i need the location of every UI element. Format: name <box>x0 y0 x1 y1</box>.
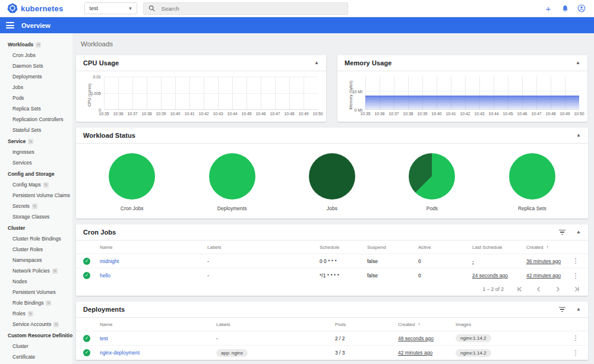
filter-icon[interactable] <box>559 307 565 312</box>
resource-link[interactable]: midnight <box>100 258 207 264</box>
column-header-created[interactable]: Created↑ <box>398 322 456 327</box>
main-content: Workloads CPU Usage ▲ CPU (cores) 00.005… <box>72 33 594 364</box>
resource-link[interactable]: hello <box>100 273 207 278</box>
column-header-last-schedule[interactable]: Last Schedule <box>472 245 526 250</box>
new-badge: N <box>52 268 58 274</box>
sidebar-item-certificate[interactable]: Certificate <box>0 352 72 362</box>
row-menu-button[interactable]: ⋮ <box>570 272 581 280</box>
sidebar-item-replication-controllers[interactable]: Replication Controllers <box>0 114 72 125</box>
create-resource-button[interactable]: + <box>544 4 552 12</box>
x-tick-label: 10:35 <box>360 112 370 116</box>
x-tick-label: 10:36 <box>374 112 384 116</box>
row-menu-button[interactable]: ⋮ <box>570 349 581 357</box>
sidebar-item-roles[interactable]: RolesN <box>0 308 72 319</box>
workload-status-pies: Cron JobsDeploymentsJobsPodsReplica Sets <box>76 144 588 219</box>
sidebar-item-label: Config Maps <box>12 182 41 188</box>
column-header-pods[interactable]: Pods <box>335 322 398 327</box>
deployments-title: Deployments <box>83 306 125 313</box>
sidebar-item-stateful-sets[interactable]: Stateful Sets <box>0 125 72 135</box>
sidebar-item-label: Pods <box>12 95 24 101</box>
sidebar-item-services[interactable]: Services <box>0 157 72 168</box>
sidebar-item-persistent-volume-claims[interactable]: Persistent Volume ClaimsN <box>0 190 72 201</box>
row-menu-button[interactable]: ⋮ <box>570 257 581 265</box>
sidebar-item-label: Storage Classes <box>12 214 49 220</box>
sidebar-item-cron-jobs[interactable]: Cron Jobs <box>0 50 72 61</box>
schedule-cell: 0 0 * * * <box>320 258 367 264</box>
sidebar-item-role-bindings[interactable]: Role BindingsN <box>0 297 72 308</box>
column-header-name[interactable]: Name <box>100 322 216 327</box>
collapse-icon[interactable]: ▲ <box>576 61 580 65</box>
table-row: ✓midnight-0 0 * * *false0-36 minutes ago… <box>76 254 588 268</box>
labels-cell: - <box>207 258 320 264</box>
namespace-selector[interactable]: test ▼ <box>84 2 137 14</box>
column-header-active[interactable]: Active <box>418 245 472 250</box>
column-header-images[interactable]: Images <box>456 322 570 327</box>
sidebar-section-custom-resource-definitions: Custom Resource Definitions <box>0 330 72 341</box>
memory-chart-plot <box>365 77 579 110</box>
menu-toggle-button[interactable] <box>6 22 14 29</box>
workload-pie-jobs: Jobs <box>282 153 382 211</box>
column-header-labels[interactable]: Labels <box>207 245 320 250</box>
sidebar-item-ingresses[interactable]: Ingresses <box>0 147 72 157</box>
sidebar-item-cluster-role-bindings[interactable]: Cluster Role Bindings <box>0 233 72 244</box>
x-tick-label: 10:48 <box>545 112 555 116</box>
x-tick-label: 10:40 <box>431 112 441 116</box>
sidebar-item-secrets[interactable]: SecretsN <box>0 201 72 211</box>
sidebar-item-service-accounts[interactable]: Service AccountsN <box>0 319 72 330</box>
column-header-labels[interactable]: Labels <box>216 322 335 327</box>
column-header-suspend[interactable]: Suspend <box>367 245 418 250</box>
collapse-icon[interactable]: ▲ <box>576 230 581 235</box>
cpu-usage-card: CPU Usage ▲ CPU (cores) 00.0050.01 10:35… <box>76 55 326 122</box>
column-header-name[interactable]: Name <box>100 245 207 250</box>
sidebar-item-persistent-volumes[interactable]: Persistent Volumes <box>0 287 72 297</box>
previous-page-icon[interactable] <box>536 286 542 292</box>
sidebar-item-daemon-sets[interactable]: Daemon Sets <box>0 61 72 71</box>
sidebar-item-cluster-roles[interactable]: Cluster Roles <box>0 244 72 255</box>
x-tick-label: 10:46 <box>255 112 266 116</box>
collapse-icon[interactable]: ▲ <box>314 61 319 65</box>
resource-link[interactable]: nginx-deployment <box>100 350 216 356</box>
x-tick-label: 10:42 <box>198 112 208 116</box>
sidebar-item-label: Secrets <box>12 203 30 209</box>
search-input[interactable] <box>162 5 343 12</box>
collapse-icon[interactable]: ▲ <box>576 307 581 312</box>
sidebar-item-label: Cluster <box>12 343 29 349</box>
sidebar-item-replica-sets[interactable]: Replica Sets <box>0 103 72 114</box>
sidebar-item-nodes[interactable]: Nodes <box>0 276 72 287</box>
sidebar-item-label: Cron Jobs <box>12 52 36 58</box>
sidebar-item-label: Replica Sets <box>12 106 41 112</box>
workload-pie-pods: Pods <box>382 153 482 211</box>
x-tick-label: 10:49 <box>298 112 308 116</box>
sidebar-item-namespaces[interactable]: Namespaces <box>0 255 72 265</box>
collapse-icon[interactable]: ▲ <box>576 133 581 138</box>
sidebar-item-label: Network Policies <box>12 268 50 274</box>
new-badge: N <box>32 204 37 209</box>
resource-link[interactable]: test <box>100 335 216 341</box>
user-menu-button[interactable] <box>577 4 586 12</box>
sidebar-section-label: Custom Resource Definitions <box>8 333 72 338</box>
sidebar-item-storage-classes[interactable]: Storage Classes <box>0 211 72 222</box>
search-bar[interactable] <box>143 2 348 15</box>
new-badge: N <box>43 182 49 188</box>
column-header-created[interactable]: Created↑ <box>526 245 570 250</box>
sidebar-item-network-policies[interactable]: Network PoliciesN <box>0 265 72 276</box>
column-header-schedule[interactable]: Schedule <box>320 245 367 250</box>
filter-icon[interactable] <box>559 230 565 235</box>
next-page-icon[interactable] <box>555 286 561 292</box>
notifications-button[interactable] <box>561 4 569 12</box>
x-tick-label: 10:43 <box>213 112 223 116</box>
memory-x-ticks: 10:3510:3610:3710:3810:3910:4010:4110:42… <box>365 112 579 119</box>
sidebar-item-deployments[interactable]: Deployments <box>0 71 72 82</box>
last-page-icon[interactable] <box>574 286 580 292</box>
sidebar-item-cluster[interactable]: Cluster <box>0 341 72 352</box>
sidebar-item-label: Ingresses <box>12 149 34 155</box>
first-page-icon[interactable] <box>517 286 523 292</box>
app-bar: Overview <box>0 17 594 33</box>
sidebar-item-config-maps[interactable]: Config MapsN <box>0 179 72 190</box>
sidebar-item-jobs[interactable]: Jobs <box>0 82 72 93</box>
kubernetes-logo[interactable]: kubernetes <box>0 3 70 14</box>
row-menu-button[interactable]: ⋮ <box>570 334 581 342</box>
x-tick-label: 10:41 <box>184 112 194 116</box>
x-tick-label: 10:48 <box>284 112 294 116</box>
sidebar-item-pods[interactable]: Pods <box>0 93 72 103</box>
